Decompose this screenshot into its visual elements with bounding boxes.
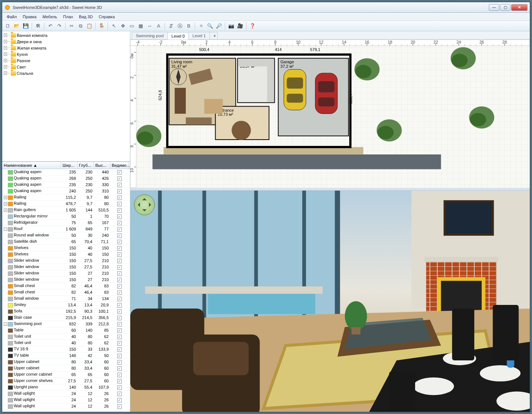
nav-up-icon[interactable] xyxy=(142,196,147,200)
visible-checkbox[interactable]: ✓ xyxy=(117,284,122,289)
table-row[interactable]: -Roof1 60984977✓ xyxy=(2,226,130,232)
tree-item[interactable]: +Спальня xyxy=(3,70,129,76)
table-row[interactable]: Small chest8246,483✓ xyxy=(2,283,130,289)
visible-checkbox[interactable]: ✓ xyxy=(117,240,122,244)
table-row[interactable]: Wall uplight241226✓ xyxy=(2,403,130,410)
visible-checkbox[interactable]: ✓ xyxy=(117,398,122,402)
table-row[interactable]: TV 16:915033133,9✓ xyxy=(2,346,130,353)
visible-checkbox[interactable]: ✓ xyxy=(117,170,122,175)
visible-checkbox[interactable]: ✓ xyxy=(117,303,122,308)
minimize-button[interactable]: — xyxy=(489,4,499,11)
table-row[interactable]: Upper corner cabinet656560✓ xyxy=(2,372,130,378)
table-row[interactable]: TV table1484250✓ xyxy=(2,353,130,359)
expand-icon[interactable]: + xyxy=(4,59,7,62)
row-expand-icon[interactable]: + xyxy=(4,208,7,212)
plan-2d-view[interactable]: -4-20м2468101214161820222426280м246810Li… xyxy=(130,39,530,188)
visible-checkbox[interactable]: ✓ xyxy=(117,335,122,339)
tree-item[interactable]: +Двери и окна xyxy=(3,38,129,45)
table-row[interactable]: -Swimming pool832339212,8✓ xyxy=(2,321,130,327)
catalog-tree[interactable]: +Ванная комната+Двери и окна+Жилая комна… xyxy=(2,31,130,162)
add-furniture-icon[interactable]: 🪑 xyxy=(98,22,106,30)
visible-checkbox[interactable]: ✓ xyxy=(117,195,122,200)
table-row[interactable]: Toilet unit408062✓ xyxy=(2,334,130,340)
expand-icon[interactable]: + xyxy=(4,52,7,56)
cut-icon[interactable]: ✂ xyxy=(67,22,76,30)
view-3d[interactable] xyxy=(130,191,530,412)
expand-icon[interactable]: + xyxy=(4,71,7,75)
dim-icon[interactable]: ⇵ xyxy=(167,22,175,30)
bold-icon[interactable]: B xyxy=(185,22,193,30)
table-row[interactable]: Slider window15027210✓ xyxy=(2,277,130,283)
tree-item[interactable]: +Разное xyxy=(3,57,129,64)
visible-checkbox[interactable]: ✓ xyxy=(117,322,122,327)
zoom-in-icon[interactable]: 🔎 xyxy=(215,22,223,30)
menu-правка[interactable]: Правка xyxy=(20,14,39,20)
row-expand-icon[interactable]: + xyxy=(4,196,7,199)
visible-checkbox[interactable]: ✓ xyxy=(117,214,122,219)
table-row[interactable]: Upper cabinet8033,460✓ xyxy=(2,359,130,365)
expand-icon[interactable]: + xyxy=(4,46,7,50)
visible-checkbox[interactable]: ✓ xyxy=(117,233,122,238)
visible-checkbox[interactable]: ✓ xyxy=(117,227,122,232)
menu-вид 3d[interactable]: Вид 3D xyxy=(76,14,96,20)
table-row[interactable]: Upper corner shelves27,527,560✓ xyxy=(2,378,130,384)
visible-checkbox[interactable]: ✓ xyxy=(117,202,122,206)
close-button[interactable]: ✕ xyxy=(511,4,528,11)
visible-checkbox[interactable]: ✓ xyxy=(117,316,122,320)
video-icon[interactable]: 🎥 xyxy=(236,22,244,30)
menu-файл[interactable]: Файл xyxy=(4,14,20,20)
visible-checkbox[interactable]: ✓ xyxy=(117,246,122,251)
table-row[interactable]: Upper cabinet8033,460✓ xyxy=(2,365,130,372)
table-row[interactable]: Wall uplight241226✓ xyxy=(2,397,130,403)
visible-checkbox[interactable]: ✓ xyxy=(117,278,122,282)
visible-checkbox[interactable]: ✓ xyxy=(117,259,122,263)
visible-checkbox[interactable]: ✓ xyxy=(117,360,122,364)
col-depth[interactable]: Глуб... xyxy=(77,162,94,169)
table-row[interactable]: Refridgerator7565167✓ xyxy=(2,220,130,226)
expand-icon[interactable]: + xyxy=(4,40,7,43)
furniture-table[interactable]: Quaking aspen235230440✓Quaking aspen2682… xyxy=(2,169,130,412)
menu-мебель[interactable]: Мебель xyxy=(39,14,60,20)
visible-checkbox[interactable]: ✓ xyxy=(117,366,122,371)
visible-checkbox[interactable]: ✓ xyxy=(117,354,122,358)
tree-item[interactable]: +Свет xyxy=(3,64,129,70)
visible-checkbox[interactable]: ✓ xyxy=(117,347,122,352)
visible-checkbox[interactable]: ✓ xyxy=(117,379,122,383)
save-icon[interactable]: 💾 xyxy=(22,22,30,30)
tree-item[interactable]: +Жилая комната xyxy=(3,45,129,51)
text-icon[interactable]: A xyxy=(154,22,163,30)
visible-checkbox[interactable]: ✓ xyxy=(117,252,122,257)
undo-icon[interactable]: ↶ xyxy=(46,22,54,30)
row-expand-icon[interactable]: + xyxy=(4,202,7,206)
table-row[interactable]: Small window7134134✓ xyxy=(2,296,130,302)
table-row[interactable]: Upright piano14055,4107,9✓ xyxy=(2,384,130,391)
table-row[interactable]: +Railing478,79,780✓ xyxy=(2,201,130,207)
plan-tab[interactable]: Swimming pool xyxy=(132,32,168,39)
plan-tab[interactable]: Level 1 xyxy=(188,32,210,39)
visible-checkbox[interactable]: ✓ xyxy=(117,183,122,187)
nav-down-icon[interactable] xyxy=(142,209,147,214)
visible-checkbox[interactable]: ✓ xyxy=(117,385,122,390)
3d-nav-widget[interactable] xyxy=(134,194,155,215)
table-row[interactable]: +Rain gutters1 605144510,5✓ xyxy=(2,207,130,213)
dimension-icon[interactable]: ↔ xyxy=(146,22,154,30)
visible-checkbox[interactable]: ✓ xyxy=(117,221,122,225)
paste-icon[interactable]: 📋 xyxy=(85,22,93,30)
col-height[interactable]: Выс... xyxy=(94,162,110,169)
table-row[interactable]: Shelves15040150✓ xyxy=(2,251,130,258)
table-row[interactable]: Quaking aspen268250426✓ xyxy=(2,175,130,182)
visible-checkbox[interactable]: ✓ xyxy=(117,392,122,396)
plan-tab[interactable]: Level 0 xyxy=(168,32,189,39)
expand-icon[interactable]: + xyxy=(4,34,7,37)
new-file-icon[interactable]: 🗋 xyxy=(4,22,12,30)
table-row[interactable]: Round wall window5030240✓ xyxy=(2,232,130,239)
room-icon[interactable]: ▦ xyxy=(137,22,145,30)
tree-item[interactable]: +Ванная комната xyxy=(3,32,129,38)
table-row[interactable]: Quaking aspen235230330✓ xyxy=(2,182,130,188)
menu-справка[interactable]: Справка xyxy=(96,14,118,20)
copy-icon[interactable]: ⧉ xyxy=(76,22,85,30)
table-row[interactable]: Small chest8246,483✓ xyxy=(2,289,130,296)
nav-right-icon[interactable] xyxy=(149,203,153,207)
table-row[interactable]: Smiley13,413,420,9✓ xyxy=(2,302,130,308)
visible-checkbox[interactable]: ✓ xyxy=(117,309,122,314)
